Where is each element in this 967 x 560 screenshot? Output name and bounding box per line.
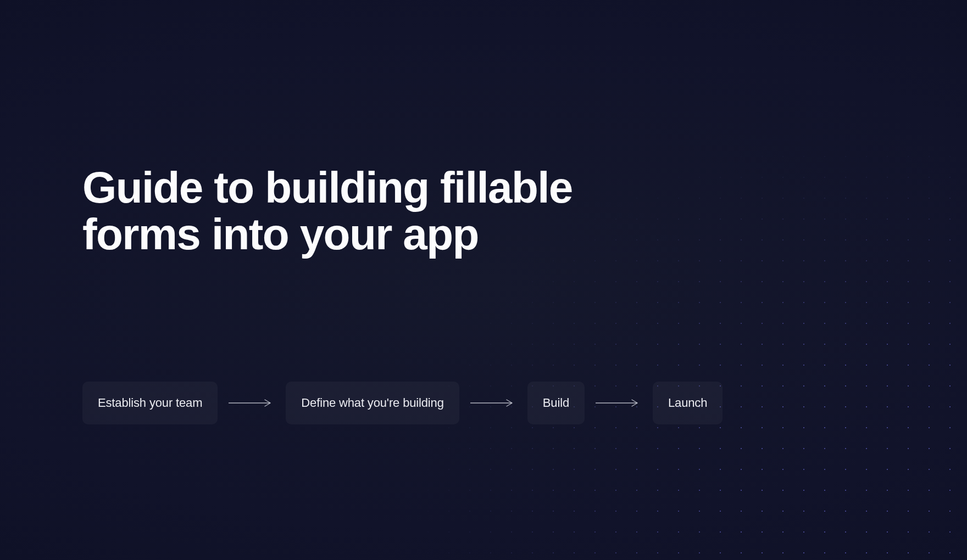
page-title: Guide to building fillable forms into yo… <box>82 165 632 258</box>
process-flow: Establish your team Define what you're b… <box>82 382 885 424</box>
flow-step-define: Define what you're building <box>286 382 459 424</box>
arrow-right-icon <box>594 397 643 408</box>
flow-step-launch: Launch <box>653 382 723 424</box>
flow-step-build: Build <box>527 382 585 424</box>
slide-content: Guide to building fillable forms into yo… <box>0 0 967 424</box>
arrow-right-icon <box>227 397 276 408</box>
arrow-right-icon <box>469 397 518 408</box>
flow-step-establish-team: Establish your team <box>82 382 218 424</box>
slide-canvas: Guide to building fillable forms into yo… <box>0 0 967 560</box>
